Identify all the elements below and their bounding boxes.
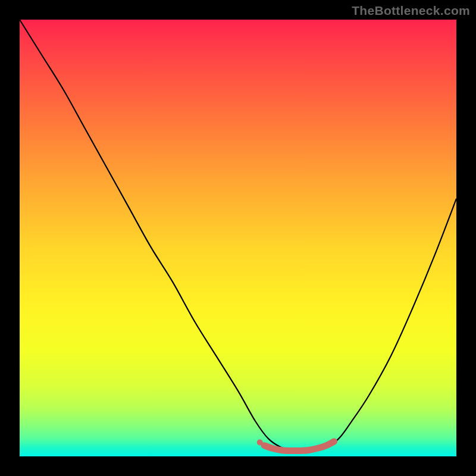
- optimal-range-marker: [264, 441, 334, 451]
- bottleneck-curve: [20, 20, 456, 453]
- chart-frame: TheBottleneck.com: [0, 0, 476, 476]
- watermark-text: TheBottleneck.com: [352, 4, 470, 18]
- plot-area: [20, 20, 456, 456]
- curve-svg: [20, 20, 456, 456]
